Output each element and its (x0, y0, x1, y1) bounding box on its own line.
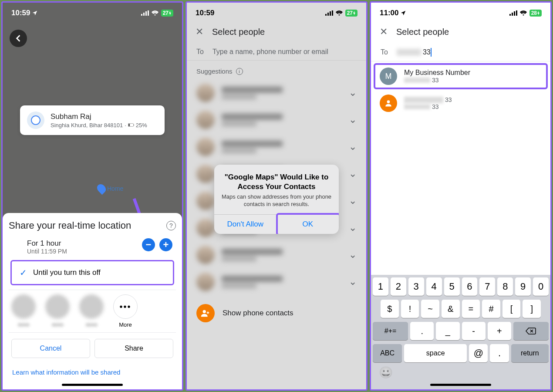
status-bar: 10:59 27 (3, 3, 182, 22)
info-icon[interactable]: i (236, 68, 243, 75)
increase-button[interactable]: + (159, 238, 172, 251)
key-at[interactable]: @ (469, 344, 488, 362)
key-[[interactable]: [ (502, 300, 521, 318)
share-sheet: Share your real-time location ? For 1 ho… (3, 213, 182, 389)
location-card[interactable]: Subham Raj Singhia Khurd, Bihar 848101· … (20, 105, 165, 135)
key-backspace[interactable] (513, 322, 549, 340)
contact-row[interactable]: ⌄ (187, 241, 366, 268)
svg-point-16 (387, 100, 390, 103)
home-map-pin[interactable]: Home (98, 184, 123, 193)
key-8[interactable]: 8 (497, 277, 513, 296)
show-phone-contacts[interactable]: Show phone contacts (187, 298, 366, 328)
cancel-button[interactable]: Cancel (11, 339, 90, 358)
svg-rect-9 (330, 11, 331, 16)
wifi-icon (336, 10, 343, 16)
emoji-button[interactable]: 😀 (379, 366, 393, 379)
location-name: Subham Raj (51, 112, 147, 121)
svg-rect-6 (133, 125, 134, 126)
key-7[interactable]: 7 (479, 277, 495, 296)
suggested-contact[interactable]: aaaa (45, 294, 70, 328)
cellular-icon (141, 10, 149, 16)
close-icon[interactable]: ✕ (380, 26, 388, 37)
battery-badge: 27 (345, 10, 357, 17)
text-cursor (431, 48, 432, 57)
home-indicator[interactable] (62, 384, 123, 386)
avatar (380, 95, 397, 112)
location-sub: Singhia Khurd, Bihar 848101· 25% (51, 122, 147, 128)
chevron-down-icon: ⌄ (349, 249, 357, 260)
share-button[interactable]: Share (94, 339, 173, 358)
status-time: 10:59 (196, 9, 214, 17)
page-title: Select people (396, 27, 449, 37)
status-bar: 10:59 27 (187, 3, 366, 22)
key-_[interactable]: _ (436, 322, 459, 340)
suggestions-label: Suggestions i (187, 61, 366, 79)
dont-allow-button[interactable]: Don't Allow (214, 215, 277, 234)
battery-badge: 28 (529, 10, 542, 17)
help-icon[interactable]: ? (166, 221, 176, 230)
page-title: Select people (212, 27, 265, 37)
to-field[interactable]: To 33 (371, 44, 550, 61)
back-button[interactable] (10, 30, 27, 47)
key-0[interactable]: 0 (533, 277, 549, 296)
key-space[interactable]: space (404, 344, 467, 362)
key-2[interactable]: 2 (391, 277, 406, 296)
key-+[interactable]: + (488, 322, 511, 340)
share-option-1hour[interactable]: For 1 hour Until 11:59 PM − + (9, 236, 176, 257)
suggested-contact[interactable]: aaaa (11, 294, 36, 328)
contact-row[interactable]: ⌄ (187, 268, 366, 295)
key-6[interactable]: 6 (462, 277, 478, 296)
result-sub: 33 (404, 77, 470, 84)
share-option-until-off[interactable]: ✓ Until you turn this off (10, 260, 174, 285)
key-dot[interactable]: . (490, 344, 509, 362)
ok-button[interactable]: OK (277, 215, 339, 234)
key-][interactable]: ] (523, 300, 541, 318)
keyboard: 1234567890 $!~&=#[] #+= ._-+ ABC space @… (371, 275, 550, 389)
search-result[interactable]: M My Business Number 33 (374, 63, 548, 89)
chevron-down-icon: ⌄ (349, 222, 357, 233)
decrease-button[interactable]: − (142, 238, 155, 251)
svg-rect-1 (143, 13, 145, 16)
key-3[interactable]: 3 (408, 277, 424, 296)
wifi-icon (152, 10, 158, 16)
chevron-down-icon: ⌄ (349, 141, 357, 152)
more-icon: ••• (113, 294, 138, 319)
home-indicator[interactable] (430, 384, 491, 386)
key-~[interactable]: ~ (421, 300, 439, 318)
search-result[interactable]: 33 33 (374, 91, 547, 115)
suggested-contact[interactable]: aaaa (79, 294, 104, 328)
key-.[interactable]: . (410, 322, 434, 340)
key-shift[interactable]: #+= (373, 322, 408, 340)
contact-row[interactable]: ⌄ (187, 133, 366, 160)
key-4[interactable]: 4 (426, 277, 442, 296)
key-$[interactable]: $ (381, 300, 399, 318)
contacts-row: aaaa aaaa aaaa •••More (9, 290, 176, 332)
svg-rect-7 (325, 14, 327, 16)
key-#[interactable]: # (482, 300, 500, 318)
key--[interactable]: - (462, 322, 486, 340)
svg-rect-10 (332, 10, 333, 16)
location-pin-icon (27, 112, 44, 129)
key-![interactable]: ! (401, 300, 419, 318)
contact-row[interactable]: ⌄ (187, 79, 366, 106)
status-time: 11:00 (380, 9, 398, 17)
result-sub: 33 (404, 103, 452, 110)
key-abc[interactable]: ABC (373, 344, 402, 362)
more-contacts[interactable]: •••More (113, 294, 138, 328)
key-1[interactable]: 1 (373, 277, 388, 296)
header: ✕ Select people (187, 22, 366, 44)
key-&[interactable]: & (442, 300, 460, 318)
learn-link[interactable]: Learn what information will be shared (9, 363, 176, 376)
key-=[interactable]: = (462, 300, 480, 318)
key-return[interactable]: return (511, 344, 549, 362)
key-9[interactable]: 9 (515, 277, 531, 296)
status-bar: 11:00 28 (371, 3, 550, 22)
result-name: My Business Number (404, 69, 470, 77)
to-field[interactable]: To Type a name, phone number or email (187, 44, 366, 61)
close-icon[interactable]: ✕ (196, 26, 203, 37)
contact-row[interactable]: ⌄ (187, 106, 366, 133)
key-5[interactable]: 5 (444, 277, 460, 296)
permission-dialog: "Google Maps" Would Like to Access Your … (214, 165, 339, 234)
status-time: 10:59 (11, 9, 30, 17)
to-input[interactable]: 33 (397, 48, 432, 57)
